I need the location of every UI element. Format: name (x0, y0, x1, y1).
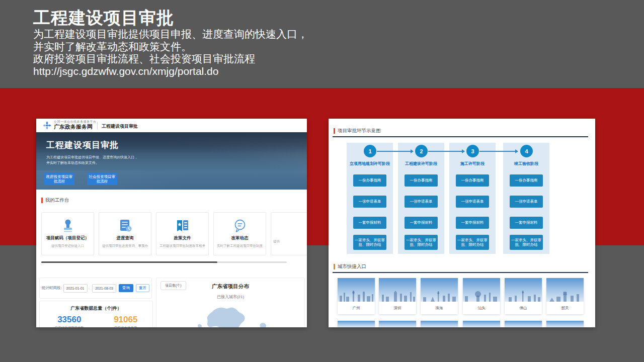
stage-item-guide-button[interactable]: 一份办事指南 (456, 174, 489, 187)
workbench-scrollbar[interactable] (41, 261, 287, 263)
city-card-row2[interactable] (379, 321, 416, 327)
stage-item-materials-button[interactable]: 一套申报材料 (510, 217, 543, 229)
cities-section-underline (333, 272, 588, 273)
period-label: 统计时间段: (42, 286, 62, 291)
stage-item-guide-button[interactable]: 一份办事指南 (510, 174, 543, 187)
slide-header: 工程建设项目审批 为工程建设项目审批提供项目申报、进度查询的快速入口， 并实时了… (33, 7, 308, 77)
platform-tagline: 全国一体化在线政务服务平台 (54, 120, 97, 124)
date-to-input[interactable]: 2021-08-03 (92, 284, 116, 293)
stage-item-guide-button[interactable]: 一份办事指南 (405, 174, 438, 187)
stage-item-form-button[interactable]: 一张申请表单 (510, 196, 543, 208)
city-skyline-image (546, 278, 584, 302)
card-project-code[interactable]: 项目赋码（项目登记） 提供项目登记快捷入口 (41, 212, 94, 255)
card-title: 进度查询 (117, 235, 134, 241)
card-title: 项目赋码（项目登记） (46, 235, 89, 241)
stage-name: 工程建设许可阶段 (393, 161, 449, 166)
progress-doc-icon (118, 218, 132, 233)
slide-desc-line1: 为工程建设项目审批提供项目申报、进度查询的快速入口， (33, 28, 308, 41)
city-skyline-image (505, 278, 542, 302)
city-card-row2[interactable] (338, 321, 375, 327)
project-count-chip[interactable]: 项目数(个) (160, 281, 186, 290)
date-from-input[interactable]: 2021-01-01 (63, 284, 88, 293)
stage-name: 竣工验收阶段 (498, 161, 554, 166)
approval-flow-screenshot: 项目审批环节示意图 1 立项用地规划许可阶段 一份办事指南 一张申请表单 一套申… (329, 119, 595, 327)
portal-url[interactable]: http://jsgc.gdzwfw.gov.cn/xmjg/portal.do (33, 65, 308, 78)
city-name: 珠海 (421, 302, 458, 314)
city-card-row2[interactable] (505, 321, 542, 327)
site-header: 全国一体化在线政务服务平台 广东政务服务网 工程建设项目审批 (36, 119, 307, 132)
stage-item-materials-button[interactable]: 一套申报材料 (353, 217, 386, 229)
city-card-shantou[interactable]: 汕头 (463, 278, 500, 314)
card-desc: 工程建设项目审批制度改革相关 (159, 244, 205, 248)
stage-item-form-button[interactable]: 一张申请表单 (405, 196, 438, 208)
stage-name: 立项用地规划许可阶段 (342, 161, 398, 166)
totals-title: 广东省数据总量（个|件） (40, 305, 152, 312)
hero-subtitle-line2: 并实时了解改革动态和政策文件。 (46, 160, 138, 165)
city-name: 韶关 (546, 302, 584, 314)
city-card-guangzhou[interactable]: 广州 (338, 278, 375, 314)
section-title-bar (334, 264, 335, 269)
city-card-foshan[interactable]: 佛山 (505, 278, 542, 314)
hero-title: 工程建设项目审批 (46, 139, 119, 151)
chat-bubble-icon (233, 218, 247, 233)
section-title-bar (334, 128, 335, 134)
card-desc: 实时了解工程建设项目审批制度 (217, 244, 263, 248)
reset-button[interactable]: 重置 (136, 284, 149, 292)
gov-invest-flow-button[interactable]: 政府投资项目审批流程 (44, 173, 74, 185)
stat-value: 33560 (55, 315, 85, 325)
hero-buttons: 政府投资项目审批流程 社会投资项目审批流程 (44, 173, 117, 185)
card-reform-news[interactable]: 改革动态 实时了解工程建设项目审批制度 (213, 212, 266, 255)
portal-home-screenshot: 全国一体化在线政务服务平台 广东政务服务网 工程建设项目审批 工程建设项目审批 … (36, 119, 307, 327)
stage-item-guide-button[interactable]: 一份办事指南 (353, 174, 386, 187)
city-skyline-image (338, 321, 375, 327)
city-card-shaoguan[interactable]: 韶关 (546, 278, 584, 314)
flow-arrow-2-3 (428, 151, 464, 152)
city-card-zhuhai[interactable]: 珠海 (421, 278, 458, 314)
city-skyline-image (463, 278, 500, 302)
card-progress-query[interactable]: 进度查询 提供项目审批进度查询、事项办 (99, 212, 151, 255)
hero-subtitle: 为工程建设项目审批提供项目申报、进度查询的快速入口， 并实时了解改革动态和政策文… (46, 154, 138, 165)
cities-title-text: 城市快捷入口 (338, 263, 366, 270)
stage-item-joint-button[interactable]: 一家牵头、并联审批、限时办结 (353, 235, 386, 250)
stage-number-badge: 1 (364, 145, 376, 157)
city-card-row2[interactable] (546, 321, 584, 327)
stage-column-1: 1 立项用地规划许可阶段 一份办事指南 一张申请表单 一套申报材料 一家牵头、并… (347, 143, 393, 254)
stage-item-form-button[interactable]: 一张申请表单 (353, 196, 386, 208)
stage-column-4: 4 竣工验收阶段 一份办事指南 一张申请表单 一套申报材料 一家牵头、并联审批、… (503, 143, 549, 254)
stage-item-joint-button[interactable]: 一家牵头、并联审批、限时办结 (456, 235, 489, 250)
city-skyline-image (546, 321, 584, 327)
stage-column-3: 3 施工许可阶段 一份办事指南 一张申请表单 一套申报材料 一家牵头、并联审批、… (449, 143, 496, 254)
social-invest-flow-button[interactable]: 社会投资项目审批流程 (87, 173, 117, 185)
stage-item-form-button[interactable]: 一张申请表单 (456, 196, 489, 208)
city-card-row2[interactable] (421, 321, 458, 327)
city-card-shenzhen[interactable]: 深圳 (379, 278, 416, 314)
gdzwfw-logo-icon (42, 121, 52, 130)
site-name: 广东政务服务网 (54, 124, 97, 130)
stage-item-materials-button[interactable]: 一套申报材料 (456, 217, 489, 229)
guangdong-map[interactable] (187, 304, 277, 327)
policy-book-icon (176, 218, 190, 233)
stage-item-joint-button[interactable]: 一家牵头、并联审批、限时办结 (510, 235, 543, 250)
stage-number-badge: 4 (520, 145, 533, 157)
cities-section-title: 城市快捷入口 (334, 263, 366, 270)
card-desc: 提供 (271, 239, 280, 244)
flow-section-underline (333, 136, 588, 137)
card-partial[interactable]: 提供 (271, 212, 307, 255)
card-policy-files[interactable]: 政策文件 工程建设项目审批制度改革相关 (156, 212, 209, 255)
stage-column-2: 2 工程建设许可阶段 一份办事指南 一张申请表单 一套申报材料 一家牵头、并联审… (398, 143, 444, 254)
stat-value: 91065 (114, 315, 137, 325)
stage-item-joint-button[interactable]: 一家牵头、并联审批、限时办结 (405, 235, 438, 250)
city-name: 深圳 (379, 302, 416, 314)
workbench-scrollbar-thumb[interactable] (41, 261, 217, 263)
stage-number-badge: 3 (466, 145, 479, 157)
site-name-block[interactable]: 全国一体化在线政务服务平台 广东政务服务网 (54, 120, 97, 130)
workbench-cards: 项目赋码（项目登记） 提供项目登记快捷入口 进度查询 提供项目审批进度查询、事项… (41, 212, 307, 255)
city-skyline-image (338, 278, 375, 302)
query-button[interactable]: 查询 (119, 284, 133, 292)
stamp-icon (61, 218, 74, 233)
city-card-row2[interactable] (463, 321, 500, 327)
stage-item-materials-button[interactable]: 一套申报材料 (405, 217, 438, 229)
slide-desc-line2: 并实时了解改革动态和政策文件。 (33, 41, 308, 53)
page-title: 工程建设项目审批 (33, 7, 308, 28)
card-desc: 提供项目审批进度查询、事项办 (102, 244, 148, 248)
